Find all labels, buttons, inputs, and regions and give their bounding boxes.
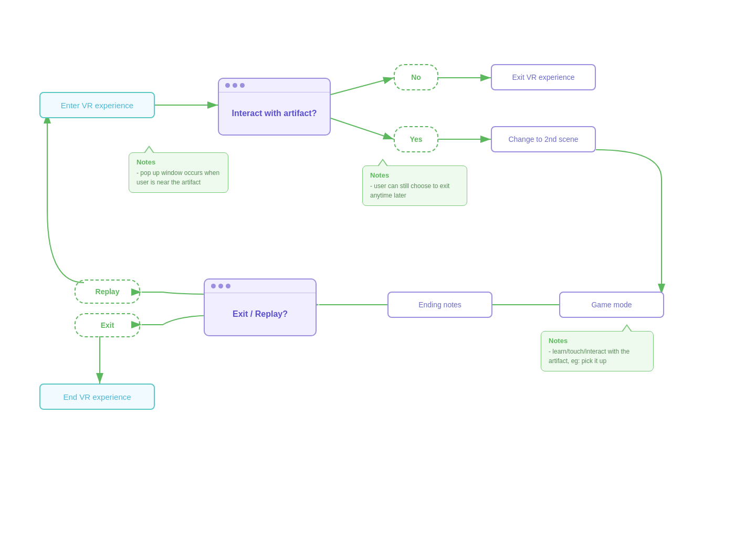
ending-notes-label: Ending notes xyxy=(418,301,461,309)
window-dot-5 xyxy=(218,284,223,288)
exit-replay-box: Exit / Replay? xyxy=(204,278,317,336)
note-2-text: - user can still choose to exit anytime … xyxy=(370,181,459,200)
window-dot-2 xyxy=(233,83,237,88)
note-2-box: Notes - user can still choose to exit an… xyxy=(362,165,467,206)
note-2-title: Notes xyxy=(370,171,459,179)
replay-box: Replay xyxy=(75,280,140,304)
yes-box: Yes xyxy=(394,126,438,152)
note-1-box: Notes - pop up window occurs when user i… xyxy=(129,152,228,193)
interact-artifact-label: Interact with artifact? xyxy=(232,92,317,134)
change-scene-box: Change to 2nd scene xyxy=(491,126,596,152)
enter-vr-box: Enter VR experience xyxy=(39,92,155,118)
window-header-1 xyxy=(219,79,330,92)
end-vr-label: End VR experience xyxy=(63,392,131,401)
no-box: No xyxy=(394,64,438,90)
exit-vr-label: Exit VR experience xyxy=(512,73,574,81)
exit-vr-box: Exit VR experience xyxy=(491,64,596,90)
ending-notes-box: Ending notes xyxy=(387,292,492,318)
end-vr-box: End VR experience xyxy=(39,384,155,410)
game-mode-label: Game mode xyxy=(591,301,632,309)
replay-label: Replay xyxy=(96,287,120,296)
exit-box: Exit xyxy=(75,313,140,337)
interact-artifact-box: Interact with artifact? xyxy=(218,78,331,136)
note-3-title: Notes xyxy=(549,337,646,345)
window-dot-6 xyxy=(226,284,230,288)
exit-label: Exit xyxy=(101,321,114,329)
enter-vr-label: Enter VR experience xyxy=(61,101,133,110)
window-header-2 xyxy=(205,280,316,293)
window-dot-3 xyxy=(240,83,245,88)
no-label: No xyxy=(411,73,421,81)
note-1-text: - pop up window occurs when user is near… xyxy=(136,168,220,187)
change-scene-label: Change to 2nd scene xyxy=(508,135,578,143)
window-dot-4 xyxy=(211,284,216,288)
game-mode-box: Game mode xyxy=(559,292,664,318)
window-dot-1 xyxy=(225,83,230,88)
svg-line-3 xyxy=(331,78,394,95)
note-3-box: Notes - learn/touch/interact with the ar… xyxy=(541,331,654,371)
note-1-title: Notes xyxy=(136,158,220,166)
note-3-text: - learn/touch/interact with the artifact… xyxy=(549,347,646,366)
exit-replay-label: Exit / Replay? xyxy=(233,293,288,335)
svg-line-4 xyxy=(331,118,394,139)
yes-label: Yes xyxy=(410,135,422,143)
